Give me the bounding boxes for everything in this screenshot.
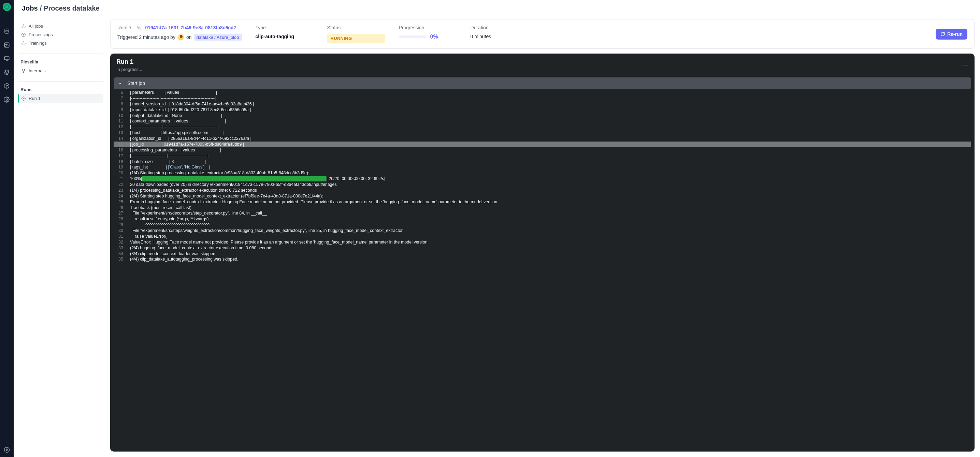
log-line: 8| model_version_id | 018da304-df6a-741e…	[114, 101, 971, 107]
layers-icon[interactable]	[4, 69, 10, 75]
context-pill[interactable]: datalake / Azure_blob	[194, 34, 242, 41]
settings-icon[interactable]	[4, 97, 10, 103]
svg-point-0	[5, 29, 9, 31]
svg-point-7	[22, 33, 25, 36]
log-line: 12|----------------------|--------------…	[114, 124, 971, 130]
brand-logo[interactable]	[3, 3, 11, 11]
type-label: Type	[256, 25, 313, 30]
log-line: 29 ^^^^^^^^^^^^^^^^^^^^^^^^^^^^^^^^	[114, 222, 971, 228]
log-line: 30 File "/experiment/src/steps/weights_e…	[114, 228, 971, 233]
sidebar: All jobs Processings Trainings Picsellia	[14, 16, 108, 457]
sidebar-item-label: Internals	[29, 68, 46, 73]
main-column: Jobs / Process datalake All jobs Process…	[14, 0, 980, 457]
rerun-button[interactable]: Re-run	[935, 29, 967, 40]
refresh-icon	[940, 32, 945, 36]
divider	[18, 81, 103, 81]
progress-value: 0%	[430, 34, 438, 40]
chevron-down-icon	[118, 81, 122, 85]
log-line: 21100%|█████████████████████████████████…	[114, 176, 971, 182]
log-line: 15| job_id | 01941d7a-157e-7803-b5ff-d86…	[114, 141, 971, 148]
image-icon[interactable]	[4, 42, 10, 48]
rerun-label: Re-run	[947, 32, 963, 37]
log-line: 7|--------------------|-----------------…	[114, 95, 971, 101]
svg-point-5	[5, 447, 10, 452]
log-line: 14| organization_id | 2856a16a-8d44-4c11…	[114, 136, 971, 141]
sidebar-item-trainings[interactable]: Trainings	[18, 39, 103, 48]
sidebar-group-runs: Runs	[18, 85, 103, 94]
sidebar-item-label: All jobs	[29, 24, 43, 29]
gear-icon	[21, 24, 26, 29]
sidebar-item-label: Run 1	[29, 96, 41, 101]
runid-value[interactable]: 01941d7a-1631-7b46-9e8a-0813fa8c6cd7	[145, 25, 236, 30]
duration-value: 0 minutes	[471, 34, 528, 39]
log-line: 35(4/4) clip_datalake_autotagging_proces…	[114, 257, 971, 262]
divider	[18, 54, 103, 54]
log-line: 19| tags_list | ['Glass', 'No Glass'] |	[114, 164, 971, 170]
log-section-title: Start job	[127, 81, 145, 86]
svg-point-6	[23, 25, 24, 27]
sidebar-item-all-jobs[interactable]: All jobs	[18, 22, 103, 30]
svg-point-2	[5, 44, 6, 45]
svg-point-8	[23, 43, 24, 44]
log-line: 16| processing_parameters | values |	[114, 148, 971, 153]
presentation-icon[interactable]	[4, 56, 10, 62]
log-line: 23(1/4) processing_datalake_extractor ex…	[114, 187, 971, 194]
log-section-header[interactable]: Start job	[114, 78, 971, 89]
log-line: 25Error in hugging_face_model_context_ex…	[114, 199, 971, 205]
duration-label: Duration	[471, 25, 528, 30]
runid-label: RunID :	[118, 25, 134, 30]
log-line: 28 result = self.entrypoint(*args, **kwa…	[114, 216, 971, 222]
sidebar-item-label: Trainings	[29, 41, 47, 46]
log-line: 24(2/4) Starting step hugging_face_model…	[114, 194, 971, 199]
copy-icon[interactable]	[137, 25, 142, 30]
log-line: 18| batch_size | 8 |	[114, 159, 971, 165]
svg-point-12	[22, 97, 25, 100]
breadcrumb-page: Process datalake	[44, 5, 99, 12]
sidebar-group-picsellia: Picsellia	[18, 57, 103, 67]
log-line: 20(1/4) Starting step processing_datalak…	[114, 170, 971, 176]
triggered-text: Triggered 2 minutes ago by	[118, 35, 175, 40]
sidebar-item-run-1[interactable]: Run 1	[18, 94, 103, 103]
database-icon[interactable]	[4, 28, 10, 35]
run-panel: Run 1 In progress... ⋯ Start job 6| para…	[110, 54, 975, 452]
log-line: 33(2/4) hugging_face_model_context_extra…	[114, 245, 971, 251]
breadcrumb: Jobs / Process datalake	[14, 0, 980, 16]
log-line: 10| output_datalake_id | None |	[114, 113, 971, 119]
nodes-icon	[21, 68, 26, 73]
content: RunID : 01941d7a-1631-7b46-9e8a-0813fa8c…	[108, 16, 980, 457]
status-badge: RUNNING	[327, 34, 385, 43]
svg-point-11	[23, 71, 24, 72]
sidebar-item-processings[interactable]: Processings	[18, 30, 103, 39]
play-circle-icon	[21, 96, 26, 101]
log-output[interactable]: 6| parameters | values |7|--------------…	[110, 89, 975, 452]
log-line: 34(3/4) clip_model_context_loader was sk…	[114, 251, 971, 257]
log-line: 31 raise ValueError(	[114, 233, 971, 240]
log-line: 17|-------------------------|-----------…	[114, 153, 971, 159]
avatar[interactable]	[177, 34, 184, 41]
status-label: Status	[327, 25, 385, 30]
log-line: 2220 data downloaded (over 20) in direct…	[114, 182, 971, 187]
app-root: Jobs / Process datalake All jobs Process…	[0, 0, 980, 457]
breadcrumb-root[interactable]: Jobs	[22, 5, 38, 12]
type-value: clip-auto-tagging	[256, 34, 313, 39]
gear-icon	[21, 41, 26, 46]
left-rail	[0, 0, 14, 457]
log-line: 9| input_datalake_id | 018d5b0d-f320-767…	[114, 107, 971, 113]
svg-point-4	[6, 99, 8, 101]
run-title: Run 1	[116, 58, 969, 65]
svg-rect-3	[5, 57, 9, 60]
sidebar-item-internals[interactable]: Internals	[18, 67, 103, 75]
log-line: 11| context_parameters | values |	[114, 118, 971, 124]
package-icon[interactable]	[4, 83, 10, 89]
play-circle-icon[interactable]	[4, 447, 10, 453]
log-line: 26Traceback (most recent call last):	[114, 205, 971, 211]
play-circle-icon	[21, 32, 26, 37]
log-line: 27 File "/experiment/src/decorators/step…	[114, 210, 971, 216]
breadcrumb-sep: /	[40, 5, 42, 12]
sidebar-item-label: Processings	[29, 32, 53, 37]
log-line: 32ValueError: Hugging Face model name no…	[114, 240, 971, 245]
more-icon[interactable]: ⋯	[962, 61, 969, 68]
svg-point-10	[24, 69, 25, 70]
log-line: 6| parameters | values |	[114, 90, 971, 95]
run-info-card: RunID : 01941d7a-1631-7b46-9e8a-0813fa8c…	[110, 19, 975, 49]
